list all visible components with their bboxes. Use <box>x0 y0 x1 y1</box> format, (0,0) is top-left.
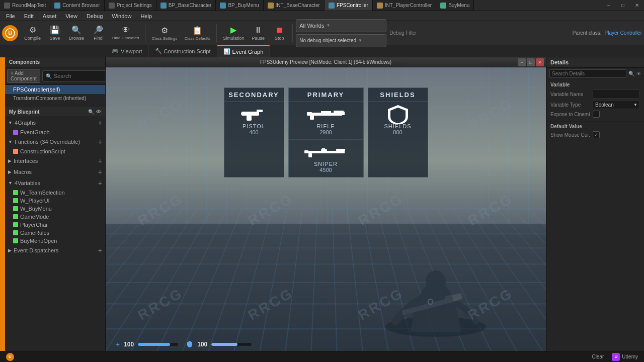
svg-rect-8 <box>310 116 314 120</box>
buy-item-rifle[interactable]: RIFLE 2900 <box>289 102 363 140</box>
components-header: Components <box>5 57 105 67</box>
variable-type-dropdown[interactable]: Boolean ▼ <box>593 100 640 109</box>
menu-view[interactable]: View <box>61 11 82 21</box>
event-graph-item[interactable]: EventGraph <box>5 128 105 136</box>
rifle-price: 2900 <box>319 129 332 135</box>
minimize-button[interactable]: − <box>602 0 616 11</box>
macros-collapse-icon: ▶ <box>8 169 12 174</box>
ue-logo: U <box>2 25 18 41</box>
tab-int-basecharacter[interactable]: INT_BaseCharacter <box>264 0 325 11</box>
add-variable-button[interactable]: + <box>98 179 102 187</box>
viewport-icon: 🎮 <box>112 48 119 54</box>
add-component-button[interactable]: + Add Component <box>7 69 40 83</box>
var-game-mode[interactable]: GameMode <box>5 213 105 221</box>
stop-button[interactable]: ⏹ Stop <box>269 22 289 44</box>
right-panel: Details 🔍 👁 Variable Variable Name Varia… <box>546 57 644 362</box>
world-dropdown[interactable]: All Worlds ▼ <box>296 19 386 32</box>
toolbar: U ⚙ Compile 💾 Save 🔍 Browse 🔎 Find 👁 Hid… <box>0 21 644 45</box>
add-macro-button[interactable]: + <box>98 168 102 176</box>
details-eye-icon[interactable]: 👁 <box>636 71 641 76</box>
tab-fpscontroller[interactable]: FPSController <box>325 0 373 11</box>
menu-help[interactable]: Help <box>136 11 156 21</box>
var-buy-menu[interactable]: W_BuyMenu <box>5 205 105 213</box>
class-defaults-icon: 📋 <box>192 26 202 35</box>
class-settings-button[interactable]: ⚙ Class Settings <box>148 22 180 44</box>
bp-basecharacter-icon <box>160 3 167 9</box>
fps-controller-self[interactable]: FPSController(self) <box>5 85 105 94</box>
tab-content-browser[interactable]: Content Browser <box>50 0 104 11</box>
construction-icon: 🔨 <box>155 48 162 54</box>
clear-button[interactable]: Clear <box>592 354 604 359</box>
menu-asset[interactable]: Asset <box>39 11 61 21</box>
menu-debug[interactable]: Debug <box>83 11 107 21</box>
tab-bp-buymenu[interactable]: BP_BuyMenu <box>216 0 263 11</box>
class-defaults-button[interactable]: 📋 Class Defaults <box>182 22 214 44</box>
tab-construction-script[interactable]: 🔨 Construction Script <box>149 45 217 57</box>
debug-object-dropdown[interactable]: No debug object selected ▼ <box>296 34 386 47</box>
close-button[interactable]: ✕ <box>630 0 644 11</box>
var-game-rules[interactable]: GameRules <box>5 229 105 237</box>
simulation-button[interactable]: ▶ Simulation <box>220 22 247 44</box>
hide-unrelated-button[interactable]: 👁 Hide Unrelated <box>109 22 142 44</box>
tab-viewport[interactable]: 🎮 Viewport <box>106 45 149 57</box>
viewport-close-button[interactable]: ✕ <box>536 58 544 66</box>
my-blueprint-header: My Blueprint 🔍 👁 <box>5 107 105 117</box>
var-game-rules-icon <box>13 230 18 235</box>
buy-item-pistol[interactable]: PISTOL 400 <box>224 102 284 139</box>
tab-int-playercontroller[interactable]: INT_PlayerController <box>373 0 436 11</box>
variables-section[interactable]: ▼ 4Variables + <box>5 177 105 189</box>
blueprint-search-icon[interactable]: 🔍 <box>88 109 94 115</box>
find-button[interactable]: 🔎 Find <box>88 22 108 44</box>
armor-value: 100 <box>197 341 207 348</box>
default-value-section: Default Value Show Mouse Cur. <box>546 122 644 142</box>
var-buy-menu-open[interactable]: BuyMenuOpen <box>5 237 105 245</box>
details-search-input[interactable] <box>549 69 626 78</box>
tab-roundmaptest[interactable]: RoundMapTest <box>0 0 50 11</box>
menu-edit[interactable]: Edit <box>20 11 38 21</box>
construction-script-item[interactable]: ConstructionScript <box>5 147 105 155</box>
game-scene[interactable]: RRCG RRCG RRCG RRCG RRCG RRCG RRCG RRCG … <box>106 67 546 352</box>
functions-section[interactable]: ▼ Functions (34 Overridable) + <box>5 136 105 147</box>
add-graph-button[interactable]: + <box>98 119 102 127</box>
maximize-button[interactable]: □ <box>616 0 630 11</box>
browse-button[interactable]: 🔍 Browse <box>66 22 87 44</box>
var-player-ui[interactable]: W_PlayerUI <box>5 197 105 205</box>
blueprint-eye-icon[interactable]: 👁 <box>96 109 101 115</box>
add-interface-button[interactable]: + <box>98 157 102 165</box>
buy-item-shields[interactable]: SHIELDS 800 <box>368 102 428 139</box>
blueprint-tree: ▼ 4Graphs + EventGraph ▼ Functions (34 O… <box>5 117 105 362</box>
menu-window[interactable]: Window <box>108 11 135 21</box>
add-dispatcher-button[interactable]: + <box>98 246 102 254</box>
transform-component[interactable]: TransformComponent (Inherited) <box>5 94 105 103</box>
component-search-box: 🔍 <box>42 70 106 81</box>
toolbar-separator-1 <box>145 24 145 42</box>
tab-event-graph[interactable]: 📊 Event Graph <box>217 45 270 57</box>
component-search-input[interactable] <box>54 73 104 79</box>
menu-file[interactable]: File <box>2 11 19 21</box>
pause-button[interactable]: ⏸ Pause <box>248 22 268 44</box>
add-function-button[interactable]: + <box>98 138 102 146</box>
shields-name: SHIELDS <box>384 123 411 129</box>
tab-bp-basecharacter[interactable]: BP_BaseCharacter <box>156 0 216 11</box>
event-dispatchers-section[interactable]: ▶ Event Dispatchers + <box>5 245 105 256</box>
viewport-maximize-button[interactable]: □ <box>527 58 535 66</box>
macros-section[interactable]: ▶ Macros + <box>5 166 105 177</box>
health-value: 100 <box>124 341 134 348</box>
udemy-label: Udemy <box>622 354 638 359</box>
interfaces-section[interactable]: ▶ Interfaces + <box>5 155 105 166</box>
var-team-selection[interactable]: W_TeamSelection <box>5 189 105 197</box>
show-mouse-checkbox[interactable] <box>593 131 600 138</box>
roundmaptest-icon <box>4 3 10 9</box>
expose-cinemi-checkbox[interactable] <box>593 111 600 118</box>
compile-button[interactable]: ⚙ Compile <box>21 22 44 44</box>
svg-rect-14 <box>308 153 312 157</box>
viewport-minimize-button[interactable]: − <box>518 58 526 66</box>
tab-buymenu[interactable]: BuyMenu <box>436 0 474 11</box>
project-settings-icon <box>109 3 115 9</box>
graphs-section[interactable]: ▼ 4Graphs + <box>5 117 105 128</box>
buy-item-sniper[interactable]: SNIPER 4500 <box>289 140 363 177</box>
var-player-char[interactable]: PlayerChar <box>5 221 105 229</box>
variable-name-input[interactable] <box>593 89 640 99</box>
save-button[interactable]: 💾 Save <box>45 22 65 44</box>
tab-project-settings[interactable]: Project Settings <box>105 0 156 11</box>
